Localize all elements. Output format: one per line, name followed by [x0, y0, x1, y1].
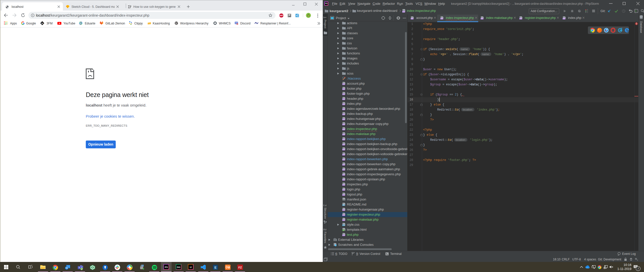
svg-text:O: O	[66, 266, 68, 269]
svg-text:7: 7	[637, 267, 639, 270]
svg-text:DG: DG	[177, 266, 180, 268]
svg-text:T: T	[78, 266, 80, 269]
svg-text:F: F	[296, 14, 297, 17]
svg-text:E: E	[215, 266, 216, 269]
svg-text:FZ: FZ	[238, 266, 242, 269]
svg-text:3: 3	[237, 23, 238, 25]
svg-text:IJ: IJ	[190, 266, 192, 268]
svg-text:3K: 3K	[41, 23, 43, 24]
svg-text:?: ?	[637, 259, 638, 261]
svg-text:PHP: PHP	[402, 11, 405, 13]
svg-text:PS: PS	[165, 266, 168, 268]
svg-text:ABP: ABP	[280, 15, 283, 16]
